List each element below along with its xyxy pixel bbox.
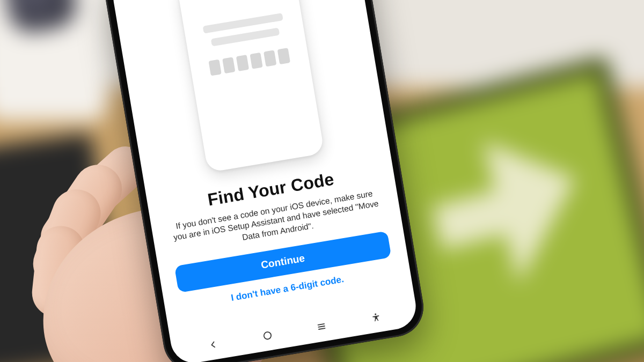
ios-wordmark: iOS	[233, 0, 254, 1]
code-boxes	[208, 48, 290, 76]
nav-home-button[interactable]	[251, 323, 284, 348]
svg-line-1	[318, 324, 325, 325]
svg-line-3	[319, 328, 325, 329]
accessibility-icon	[370, 312, 382, 323]
move-to-ios-logo: → iOS	[222, 0, 254, 3]
chevron-left-icon	[207, 338, 219, 351]
nav-back-button[interactable]	[197, 333, 230, 357]
nav-accessibility-button[interactable]	[360, 306, 392, 330]
nav-recents-button[interactable]	[305, 315, 338, 339]
svg-point-4	[375, 313, 376, 315]
svg-point-0	[264, 331, 272, 339]
menu-icon	[316, 320, 328, 333]
arrow-right-icon: →	[222, 0, 233, 2]
circle-icon	[261, 329, 274, 342]
svg-line-2	[319, 326, 325, 327]
illustration-card: → iOS	[177, 0, 325, 173]
